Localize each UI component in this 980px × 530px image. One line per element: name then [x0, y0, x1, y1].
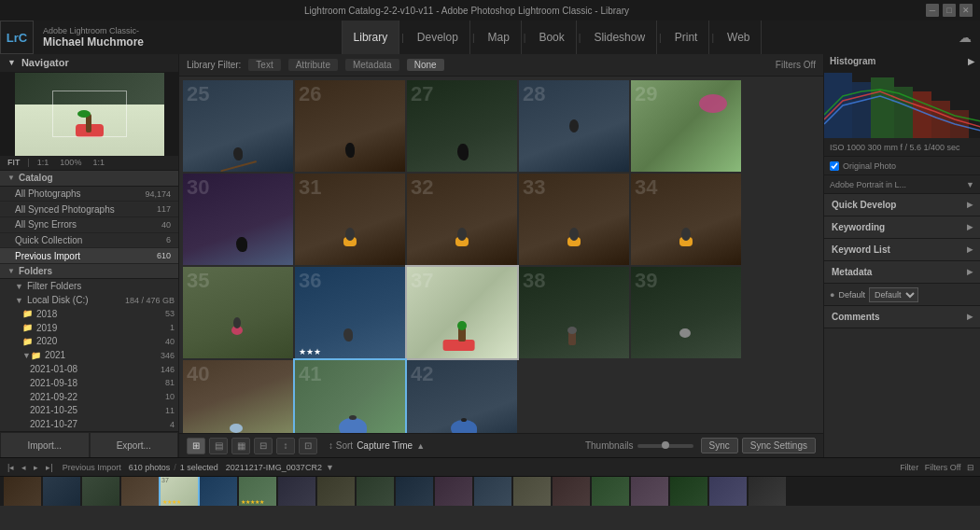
- catalog-sync-errors[interactable]: All Sync Errors 40: [0, 217, 178, 233]
- filter-metadata-btn[interactable]: Metadata: [345, 59, 399, 71]
- photo-42[interactable]: 42 ★★★★★: [407, 360, 517, 433]
- fs-photo-20[interactable]: [749, 477, 786, 506]
- catalog-synced[interactable]: All Synced Photographs 117: [0, 202, 178, 217]
- filter-text-btn[interactable]: Text: [248, 59, 280, 71]
- fs-photo-7[interactable]: ★★★★★: [239, 477, 276, 506]
- preset-dropdown[interactable]: ▼: [966, 180, 974, 189]
- folder-2021-09-22[interactable]: 2021-09-22 10: [0, 390, 178, 404]
- painter-btn[interactable]: ⊡: [299, 438, 317, 454]
- folder-2021[interactable]: ▼📁 2021 346: [0, 348, 178, 362]
- folder-2021-10-27[interactable]: 2021-10-27 4: [0, 417, 178, 431]
- adobe-preset-label[interactable]: Adobe Portrait in L...: [830, 180, 906, 189]
- catalog-quick-collection[interactable]: Quick Collection 6: [0, 233, 178, 249]
- photo-37[interactable]: 37: [407, 267, 517, 358]
- fs-photo-6[interactable]: [200, 477, 237, 506]
- histogram-expand[interactable]: ▶: [968, 57, 974, 66]
- zoom-1to1-alt-btn[interactable]: 1:1: [89, 157, 108, 168]
- fs-photo-11[interactable]: [396, 477, 433, 506]
- photo-35[interactable]: 35: [183, 267, 293, 358]
- photo-34[interactable]: 34: [631, 174, 741, 265]
- folder-2021-01-08[interactable]: 2021-01-08 146: [0, 362, 178, 376]
- fs-photo-3[interactable]: [82, 477, 119, 506]
- fs-photo-14[interactable]: [513, 477, 551, 506]
- metadata-preset-select[interactable]: Default: [869, 287, 918, 302]
- fs-photo-17[interactable]: [631, 477, 668, 506]
- photo-36[interactable]: 36 ★★★: [295, 267, 405, 358]
- fs-photo-2[interactable]: [43, 477, 80, 506]
- photo-38[interactable]: 38: [519, 267, 629, 358]
- fs-photo-37[interactable]: 37 ★★★★: [161, 477, 198, 506]
- metadata-section[interactable]: Metadata ▶: [824, 261, 980, 284]
- fs-photo-1[interactable]: [4, 477, 41, 506]
- folder-2019[interactable]: 📁 2019 1: [0, 321, 178, 335]
- module-slideshow[interactable]: Slideshow: [582, 21, 657, 54]
- maximize-button[interactable]: □: [943, 4, 956, 17]
- fs-photo-13[interactable]: [474, 477, 511, 506]
- photo-30[interactable]: 30: [183, 174, 293, 265]
- grid-view-btn[interactable]: ⊞: [187, 438, 205, 454]
- module-web[interactable]: Web: [716, 21, 762, 54]
- filter-attribute-btn[interactable]: Attribute: [288, 59, 338, 71]
- fs-photo-18[interactable]: [670, 477, 707, 506]
- sort-value[interactable]: Capture Time: [357, 440, 413, 451]
- photo-27[interactable]: 27: [407, 80, 517, 172]
- catalog-previous-import[interactable]: Previous Import 610: [0, 248, 178, 264]
- sync-settings-button[interactable]: Sync Settings: [742, 438, 816, 453]
- cloud-icon[interactable]: ☁: [950, 21, 980, 54]
- zoom-100-btn[interactable]: 100%: [56, 157, 85, 168]
- photo-28[interactable]: 28: [519, 80, 629, 172]
- minimize-button[interactable]: ─: [926, 4, 939, 17]
- folder-2018[interactable]: 📁 2018 53: [0, 307, 178, 321]
- photo-33[interactable]: 33: [519, 174, 629, 265]
- sync-button[interactable]: Sync: [701, 438, 738, 453]
- sort-arrow[interactable]: ▲: [416, 441, 425, 451]
- fs-photo-15[interactable]: [553, 477, 590, 506]
- survey-view-btn[interactable]: ⊟: [254, 438, 273, 454]
- fs-next-btn[interactable]: ▸: [32, 463, 40, 472]
- fs-next-next-btn[interactable]: ▸|: [44, 463, 54, 472]
- fs-prev-btn[interactable]: ◂: [20, 463, 28, 472]
- close-button[interactable]: ✕: [959, 4, 973, 17]
- local-disk[interactable]: ▼ Local Disk (C:) 184 / 476 GB: [0, 293, 178, 307]
- fs-prev-prev-btn[interactable]: |◂: [6, 463, 16, 472]
- comments-section[interactable]: Comments ▶: [824, 306, 980, 328]
- fs-photo-8[interactable]: [278, 477, 315, 506]
- thumbnail-slider[interactable]: [637, 444, 693, 448]
- photo-25[interactable]: 25: [183, 80, 293, 172]
- keyword-list-section[interactable]: Keyword List ▶: [824, 239, 980, 261]
- compare-view-btn[interactable]: ▦: [231, 438, 250, 454]
- photo-32[interactable]: 32: [407, 174, 517, 265]
- photo-40[interactable]: 40: [183, 360, 293, 433]
- quick-develop-section[interactable]: Quick Develop ▶: [824, 194, 980, 216]
- catalog-all-photos[interactable]: All Photographs 94,174: [0, 187, 178, 202]
- module-develop[interactable]: Develop: [406, 21, 470, 54]
- folder-2021-10-25[interactable]: 2021-10-25 11: [0, 403, 178, 417]
- people-view-btn[interactable]: ↕: [276, 438, 295, 454]
- fs-photo-12[interactable]: [435, 477, 472, 506]
- folders-header[interactable]: ▼ Folders: [0, 264, 178, 280]
- catalog-header[interactable]: ▼ Catalog: [0, 171, 178, 187]
- keywording-section[interactable]: Keywording ▶: [824, 216, 980, 239]
- fs-photo-16[interactable]: [592, 477, 629, 506]
- photo-29[interactable]: 29: [631, 80, 741, 172]
- photo-31[interactable]: 31: [295, 174, 405, 265]
- photo-26[interactable]: 26: [295, 80, 405, 172]
- fit-btn[interactable]: FIT: [4, 157, 24, 168]
- fs-photo-4[interactable]: [121, 477, 159, 506]
- photo-39[interactable]: 39: [631, 267, 741, 358]
- filter-none-btn[interactable]: None: [407, 59, 444, 71]
- module-print[interactable]: Print: [664, 21, 710, 54]
- module-library[interactable]: Library: [342, 21, 400, 54]
- module-book[interactable]: Book: [527, 21, 576, 54]
- zoom-1to1-btn[interactable]: 1:1: [34, 157, 53, 168]
- filter-folders[interactable]: ▼ Filter Folders: [0, 279, 178, 293]
- folder-2021-09-18[interactable]: 2021-09-18 81: [0, 376, 178, 390]
- loupe-view-btn[interactable]: ▤: [209, 438, 228, 454]
- module-map[interactable]: Map: [476, 21, 521, 54]
- export-button[interactable]: Export...: [90, 432, 179, 457]
- fs-photo-9[interactable]: [317, 477, 355, 506]
- fs-filter-icon[interactable]: ⊟: [967, 463, 974, 472]
- original-photo-checkbox[interactable]: [830, 161, 839, 171]
- photo-41[interactable]: 41 ★★★★ ▪: [295, 360, 405, 433]
- import-button[interactable]: Import...: [0, 432, 90, 457]
